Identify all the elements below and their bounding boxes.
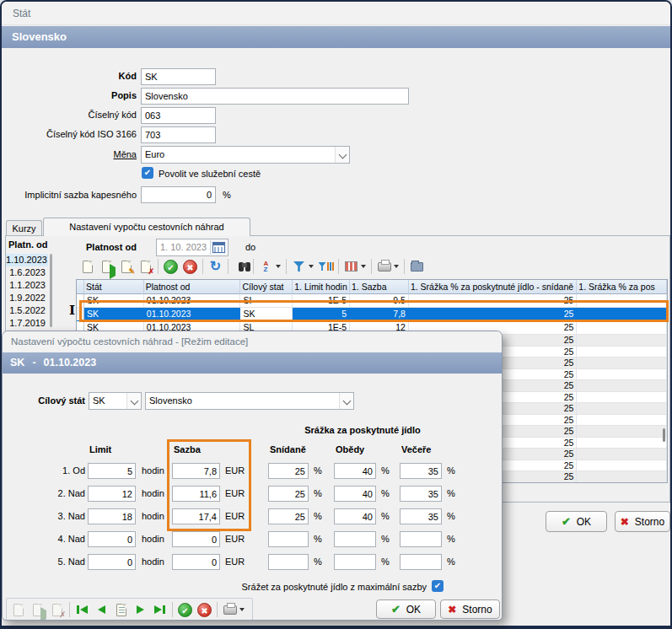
nav-next-icon[interactable] xyxy=(131,600,150,619)
storno-button[interactable]: ✖Storno xyxy=(615,511,670,532)
dinner-input[interactable] xyxy=(400,508,442,524)
accept-icon[interactable]: ✔ xyxy=(161,257,180,276)
column-header[interactable]: Stát xyxy=(84,280,144,294)
print-icon[interactable] xyxy=(374,257,394,276)
breakfast-input[interactable] xyxy=(268,463,309,479)
iso-code-input[interactable] xyxy=(141,126,216,143)
copy-record-icon[interactable] xyxy=(97,257,116,276)
table-cell[interactable] xyxy=(577,471,667,483)
lunch-input[interactable] xyxy=(334,508,376,524)
column-header[interactable]: Platnost od xyxy=(144,280,241,294)
copy-record-icon[interactable] xyxy=(28,600,47,619)
lunch-input[interactable] xyxy=(334,486,376,502)
dinner-input[interactable] xyxy=(400,463,442,479)
tab-nastaveni-nahrad[interactable]: Nastavení vypočtu cestovních náhrad xyxy=(43,218,250,236)
chevron-down-icon[interactable] xyxy=(126,393,141,409)
table-cell[interactable] xyxy=(577,438,667,449)
column-header[interactable]: 1. Limit hodin xyxy=(293,280,350,294)
delete-record-icon[interactable]: ✗ xyxy=(136,257,155,276)
column-header[interactable]: Cílový stat xyxy=(240,280,293,294)
refresh-icon[interactable]: ↻ xyxy=(206,257,225,276)
dinner-input[interactable] xyxy=(400,486,442,502)
table-cell[interactable] xyxy=(577,426,667,438)
dropdown-arrow-icon[interactable] xyxy=(239,608,245,611)
pocket-money-input[interactable] xyxy=(141,186,216,203)
target-country-name-select[interactable]: Slovensko xyxy=(145,392,354,410)
validity-date-item[interactable]: 1.6.2023 xyxy=(6,266,48,279)
validity-list-scrollbar[interactable] xyxy=(50,254,52,327)
validity-date-item[interactable]: 1.5.2022 xyxy=(6,304,48,317)
table-cell[interactable] xyxy=(577,415,667,427)
dinner-input[interactable] xyxy=(400,554,442,570)
rate-input[interactable] xyxy=(172,531,220,547)
breakfast-input[interactable] xyxy=(268,554,309,570)
breakfast-input[interactable] xyxy=(268,486,309,502)
nav-first-icon[interactable] xyxy=(73,600,92,619)
deduct-max-rate-checkbox[interactable]: ✔ xyxy=(432,580,444,592)
accept-icon[interactable]: ✔ xyxy=(175,600,195,619)
allow-business-trip-checkbox[interactable]: ✔ xyxy=(142,167,153,179)
table-cell[interactable] xyxy=(577,380,667,392)
dropdown-arrow-icon[interactable] xyxy=(361,265,366,268)
search-binoculars-icon[interactable] xyxy=(231,257,250,276)
column-header[interactable]: 1. Srážka % za poskytnuté jídlo - snídan… xyxy=(409,280,577,294)
column-header[interactable]: 1. Sazba xyxy=(350,280,409,294)
export-folder-icon[interactable] xyxy=(407,257,427,276)
nav-last-icon[interactable] xyxy=(150,600,169,619)
ok-button[interactable]: ✔OK xyxy=(546,511,607,532)
currency-select[interactable]: Euro xyxy=(141,146,350,164)
table-cell[interactable] xyxy=(577,321,667,335)
dropdown-arrow-icon[interactable] xyxy=(309,265,314,268)
new-record-icon[interactable] xyxy=(78,257,97,276)
print-icon[interactable] xyxy=(220,600,239,619)
limit-input[interactable] xyxy=(88,508,136,524)
breakfast-input[interactable] xyxy=(268,531,309,547)
columns-icon[interactable] xyxy=(341,257,361,276)
tab-kurzy[interactable]: Kurzy xyxy=(6,220,42,236)
lunch-input[interactable] xyxy=(334,554,376,570)
limit-input[interactable] xyxy=(88,463,136,479)
table-cell[interactable] xyxy=(577,403,667,415)
dinner-input[interactable] xyxy=(400,531,442,547)
validity-date-item[interactable]: 1.10.2023 xyxy=(6,254,48,266)
dialog-storno-button[interactable]: ✖Storno xyxy=(440,599,500,619)
cancel-icon[interactable]: ✖ xyxy=(180,257,200,276)
numeric-code-input[interactable] xyxy=(141,107,216,124)
validity-date-item[interactable]: 1.9.2022 xyxy=(6,292,48,304)
table-cell[interactable] xyxy=(577,449,667,460)
chevron-down-icon[interactable] xyxy=(335,147,349,163)
chevron-down-icon[interactable] xyxy=(339,393,353,409)
validity-date-item[interactable]: 1.1.2023 xyxy=(6,279,48,292)
dropdown-arrow-icon[interactable] xyxy=(394,265,399,268)
table-cell[interactable] xyxy=(577,347,667,358)
delete-record-icon[interactable]: ✗ xyxy=(47,600,67,619)
lunch-input[interactable] xyxy=(334,463,376,479)
breakfast-input[interactable] xyxy=(268,508,309,524)
nav-list-icon[interactable] xyxy=(111,600,131,619)
cancel-icon[interactable]: ✖ xyxy=(195,600,214,619)
table-cell[interactable] xyxy=(577,392,667,404)
dropdown-arrow-icon[interactable] xyxy=(276,265,281,268)
calendar-icon[interactable] xyxy=(210,240,227,255)
filter-graph-icon[interactable] xyxy=(316,257,336,276)
lunch-input[interactable] xyxy=(334,531,376,547)
table-scrollbar[interactable] xyxy=(663,428,665,442)
limit-input[interactable] xyxy=(88,554,136,570)
target-country-code-select[interactable]: SK xyxy=(89,392,142,410)
filter-from-date-input[interactable]: 1. 10. 2023 xyxy=(156,239,228,256)
limit-input[interactable] xyxy=(88,486,136,502)
sort-az-icon[interactable]: AZ xyxy=(256,257,276,276)
table-cell[interactable] xyxy=(577,335,667,347)
rate-input[interactable] xyxy=(172,554,220,570)
table-cell[interactable] xyxy=(577,369,667,381)
dialog-ok-button[interactable]: ✔OK xyxy=(376,599,436,619)
nav-prev-icon[interactable] xyxy=(92,600,111,619)
description-input[interactable] xyxy=(141,88,409,105)
table-cell[interactable] xyxy=(577,358,667,369)
table-cell[interactable] xyxy=(577,460,667,472)
new-record-icon[interactable] xyxy=(8,600,28,619)
filter-icon[interactable] xyxy=(289,257,309,276)
column-header[interactable]: 1. Srážka % za pos xyxy=(577,280,667,294)
code-input[interactable] xyxy=(141,68,216,85)
limit-input[interactable] xyxy=(88,531,136,547)
